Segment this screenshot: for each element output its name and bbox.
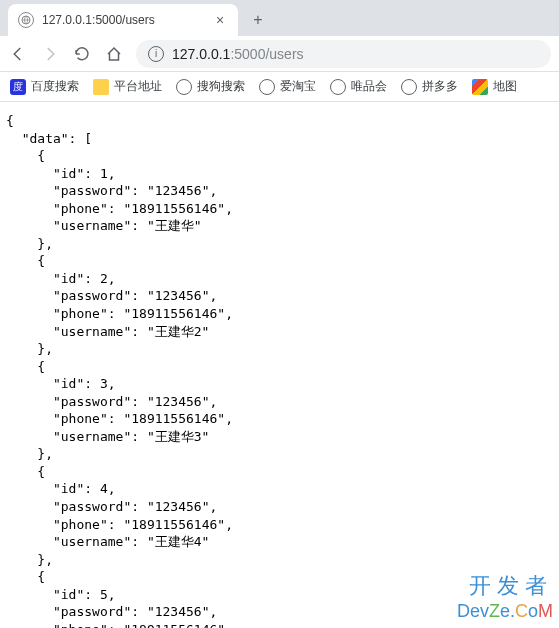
bookmark-aitaobao[interactable]: 爱淘宝 — [259, 78, 316, 95]
bookmark-maps[interactable]: 地图 — [472, 78, 517, 95]
bookmark-label: 唯品会 — [351, 78, 387, 95]
bookmark-pdd[interactable]: 拼多多 — [401, 78, 458, 95]
bookmarks-bar: 度 百度搜索 平台地址 搜狗搜索 爱淘宝 唯品会 拼多多 地图 — [0, 72, 559, 102]
bookmark-label: 拼多多 — [422, 78, 458, 95]
forward-button[interactable] — [40, 44, 60, 64]
browser-tab[interactable]: 127.0.0.1:5000/users × — [8, 4, 238, 36]
folder-icon — [93, 79, 109, 95]
bookmark-label: 平台地址 — [114, 78, 162, 95]
url-path: :5000/users — [230, 46, 303, 62]
bookmark-label: 地图 — [493, 78, 517, 95]
new-tab-button[interactable]: + — [244, 6, 272, 34]
bookmark-label: 百度搜索 — [31, 78, 79, 95]
json-response-body: { "data": [ { "id": 1, "password": "1234… — [0, 102, 559, 628]
info-icon[interactable]: i — [148, 46, 164, 62]
bookmark-label: 搜狗搜索 — [197, 78, 245, 95]
globe-icon — [176, 79, 192, 95]
url-host: 127.0.0.1 — [172, 46, 230, 62]
tab-title: 127.0.0.1:5000/users — [42, 13, 204, 27]
address-bar[interactable]: i 127.0.0.1:5000/users — [136, 40, 551, 68]
globe-icon — [259, 79, 275, 95]
close-icon[interactable]: × — [212, 12, 228, 28]
globe-icon — [330, 79, 346, 95]
maps-icon — [472, 79, 488, 95]
bookmark-baidu[interactable]: 度 百度搜索 — [10, 78, 79, 95]
reload-button[interactable] — [72, 44, 92, 64]
globe-icon — [401, 79, 417, 95]
bookmark-label: 爱淘宝 — [280, 78, 316, 95]
toolbar: i 127.0.0.1:5000/users — [0, 36, 559, 72]
home-button[interactable] — [104, 44, 124, 64]
bookmark-platform[interactable]: 平台地址 — [93, 78, 162, 95]
globe-icon — [18, 12, 34, 28]
bookmark-sogou[interactable]: 搜狗搜索 — [176, 78, 245, 95]
bookmark-vip[interactable]: 唯品会 — [330, 78, 387, 95]
baidu-icon: 度 — [10, 79, 26, 95]
url-text: 127.0.0.1:5000/users — [172, 46, 304, 62]
back-button[interactable] — [8, 44, 28, 64]
tab-bar: 127.0.0.1:5000/users × + — [0, 0, 559, 36]
